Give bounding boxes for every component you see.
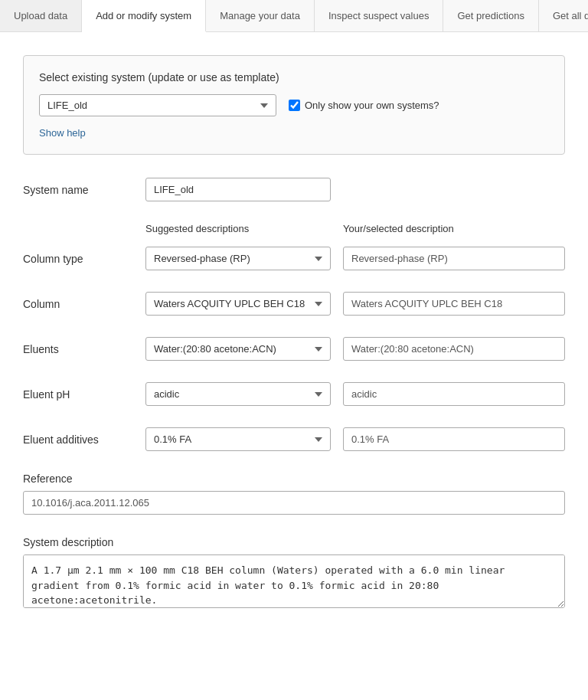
- field-label-eluent-ph: Eluent pH: [23, 388, 145, 401]
- field-row-column-type: Column typeReversed-phase (RP): [23, 247, 565, 270]
- field-input-column-type[interactable]: [343, 247, 565, 270]
- field-input-eluent-ph[interactable]: [343, 382, 565, 406]
- field-controls-eluent-additives: 0.1% FA: [145, 427, 565, 451]
- field-input-column[interactable]: [343, 292, 565, 316]
- field-label-column: Column: [23, 298, 145, 310]
- field-dropdown-eluents[interactable]: Water:(20:80 acetone:ACN): [145, 337, 331, 361]
- navigation-bar: Upload dataAdd or modify systemManage yo…: [0, 0, 588, 32]
- description-label: System description: [23, 536, 565, 548]
- field-input-eluents[interactable]: [343, 337, 565, 361]
- field-controls-eluents: Water:(20:80 acetone:ACN): [145, 337, 565, 361]
- select-system-row: LIFE_old Only show your own systems?: [39, 94, 549, 116]
- select-system-title: Select existing system (update or use as…: [39, 71, 549, 83]
- nav-item-get-predictions[interactable]: Get predictions: [443, 0, 538, 31]
- field-dropdown-column-type[interactable]: Reversed-phase (RP): [145, 247, 331, 270]
- system-select[interactable]: LIFE_old: [39, 94, 276, 116]
- reference-section: Reference 10.1016/j.aca.2011.12.065: [23, 473, 565, 515]
- header-suggested: Suggested descriptions: [145, 223, 331, 234]
- field-label-eluent-additives: Eluent additives: [23, 433, 145, 446]
- field-input-eluent-additives[interactable]: [343, 427, 565, 451]
- field-label-column-type: Column type: [23, 253, 145, 265]
- reference-label: Reference: [23, 473, 565, 485]
- nav-item-add-modify-system[interactable]: Add or modify system: [82, 0, 206, 32]
- field-label-eluents: Eluents: [23, 343, 145, 355]
- main-content: Select existing system (update or use as…: [0, 32, 588, 649]
- system-name-label: System name: [23, 184, 145, 196]
- only-own-systems-text: Only show your own systems?: [305, 100, 439, 111]
- field-dropdown-eluent-additives[interactable]: 0.1% FA: [145, 427, 331, 451]
- show-help-link[interactable]: Show help: [39, 127, 86, 139]
- field-dropdown-eluent-ph[interactable]: acidic: [145, 382, 331, 406]
- description-textarea[interactable]: [23, 554, 565, 608]
- nav-item-manage-your-data[interactable]: Manage your data: [206, 0, 315, 31]
- only-own-systems-checkbox[interactable]: [289, 100, 300, 111]
- reference-input[interactable]: 10.1016/j.aca.2011.12.065: [23, 491, 565, 515]
- field-row-eluent-additives: Eluent additives0.1% FA: [23, 427, 565, 451]
- field-controls-eluent-ph: acidic: [145, 382, 565, 406]
- field-dropdown-column[interactable]: Waters ACQUITY UPLC BEH C18: [145, 292, 331, 316]
- field-controls-column-type: Reversed-phase (RP): [145, 247, 565, 270]
- field-row-eluents: EluentsWater:(20:80 acetone:ACN): [23, 337, 565, 361]
- field-row-column: ColumnWaters ACQUITY UPLC BEH C18: [23, 292, 565, 316]
- system-name-row: System name LIFE_old: [23, 178, 565, 201]
- column-headers: Suggested descriptions Your/selected des…: [23, 223, 565, 234]
- description-section: System description: [23, 536, 565, 610]
- select-system-card: Select existing system (update or use as…: [23, 55, 565, 155]
- only-own-systems-label[interactable]: Only show your own systems?: [289, 100, 439, 111]
- field-row-eluent-ph: Eluent pHacidic: [23, 382, 565, 406]
- nav-item-inspect-suspect-values[interactable]: Inspect suspect values: [315, 0, 444, 31]
- field-rows-container: Column typeReversed-phase (RP)ColumnWate…: [23, 247, 565, 451]
- system-name-input[interactable]: LIFE_old: [145, 178, 331, 201]
- nav-item-get-all-data[interactable]: Get all data: [539, 0, 588, 31]
- nav-item-upload-data[interactable]: Upload data: [0, 0, 82, 31]
- system-form: System name LIFE_old Suggested descripti…: [23, 178, 565, 610]
- header-selected: Your/selected description: [343, 223, 565, 234]
- field-controls-column: Waters ACQUITY UPLC BEH C18: [145, 292, 565, 316]
